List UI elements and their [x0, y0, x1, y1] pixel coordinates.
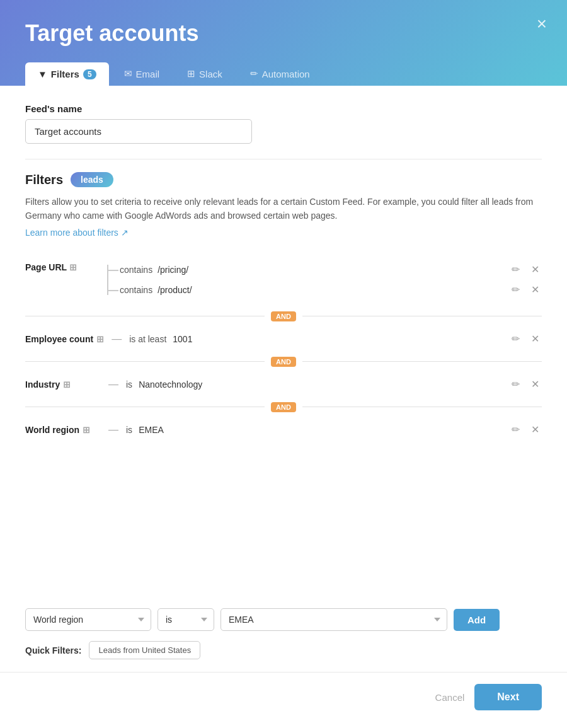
filters-description: Filters allow you to set criteria to rec… [25, 195, 542, 223]
remove-industry-button[interactable]: ✕ [529, 378, 542, 391]
and-line-left-2 [25, 361, 265, 362]
tab-filters-badge: 5 [83, 69, 96, 79]
modal-title: Target accounts [25, 20, 542, 47]
tab-filters-label: Filters [51, 69, 79, 79]
divider-1 [25, 159, 542, 159]
employee-filter-actions: ✏ ✕ [509, 333, 542, 345]
tab-automation-label: Automation [262, 69, 310, 79]
world-region-label: World region ⊞ [25, 425, 101, 435]
employee-count-filter: Employee count ⊞ — is at least 1001 ✏ ✕ [25, 326, 542, 352]
modal: Target accounts × ▼ Filters 5 ✉ Email ⊞ … [0, 0, 567, 728]
and-separator-2: AND [25, 357, 542, 367]
tab-email[interactable]: ✉ Email [112, 62, 173, 86]
value-1-text: /pricing/ [158, 265, 188, 275]
tab-slack[interactable]: ⊞ Slack [175, 62, 235, 86]
industry-condition: is [126, 379, 132, 390]
condition-2-text: contains [120, 285, 152, 295]
bracket-h2 [107, 290, 118, 291]
employee-condition: is at least [129, 334, 166, 344]
and-badge-2: AND [271, 357, 296, 367]
employee-icon: ⊞ [96, 334, 104, 344]
and-line-right-3 [302, 407, 542, 407]
page-url-filter: Page URL ⊞ contains /pricing/ ✏ ✕ [25, 253, 542, 306]
industry-icon: ⊞ [63, 379, 71, 390]
world-region-filter: World region ⊞ — is EMEA ✏ ✕ [25, 417, 542, 442]
quick-filters-label: Quick Filters: [25, 645, 81, 656]
page-url-condition-1: contains /pricing/ ✏ ✕ [120, 260, 542, 280]
world-region-value: EMEA [139, 425, 164, 435]
filter-field-select[interactable]: World region Employee count Industry Pag… [25, 608, 151, 631]
and-separator-1: AND [25, 311, 542, 321]
remove-world-region-button[interactable]: ✕ [529, 424, 542, 436]
tabs-bar: ▼ Filters 5 ✉ Email ⊞ Slack ✏ Automation [25, 62, 542, 86]
next-button[interactable]: Next [474, 684, 542, 710]
and-separator-3: AND [25, 402, 542, 412]
condition-1-text: contains [120, 265, 152, 275]
email-icon: ✉ [124, 68, 132, 79]
world-region-dash: — [108, 424, 118, 436]
and-line-right-1 [302, 316, 542, 316]
and-badge-3: AND [271, 402, 296, 412]
filters-badge: leads [71, 172, 113, 187]
industry-dash: — [108, 379, 118, 390]
edit-pageurl-1-button[interactable]: ✏ [509, 263, 522, 276]
edit-world-region-button[interactable]: ✏ [509, 424, 522, 436]
feed-name-label: Feed's name [25, 103, 542, 114]
world-region-icon: ⊞ [83, 425, 90, 435]
and-badge-1: AND [271, 311, 296, 321]
value-2-text: /product/ [158, 285, 192, 295]
world-region-condition: is [126, 425, 132, 435]
employee-value: 1001 [173, 334, 192, 344]
quick-filters-row: Quick Filters: Leads from United States [25, 641, 542, 659]
and-line-right-2 [302, 361, 542, 362]
filter-group: Page URL ⊞ contains /pricing/ ✏ ✕ [25, 253, 542, 442]
external-link-icon: ↗ [121, 228, 129, 238]
tab-automation[interactable]: ✏ Automation [238, 62, 323, 86]
employee-count-label: Employee count ⊞ [25, 334, 104, 344]
industry-filter-actions: ✏ ✕ [509, 378, 542, 391]
modal-body: Feed's name Filters leads Filters allow … [0, 86, 567, 596]
slack-icon: ⊞ [187, 68, 195, 79]
bracket-h1 [107, 270, 118, 271]
cancel-button[interactable]: Cancel [435, 692, 465, 703]
feed-name-section: Feed's name [25, 103, 542, 144]
edit-employee-button[interactable]: ✏ [509, 333, 522, 345]
and-line-left-3 [25, 407, 265, 407]
and-line-left-1 [25, 316, 265, 316]
filters-section: Filters leads Filters allow you to set c… [25, 172, 542, 442]
filter-actions-2: ✏ ✕ [509, 284, 542, 296]
bottom-section: World region Employee count Industry Pag… [0, 596, 567, 672]
edit-industry-button[interactable]: ✏ [509, 378, 522, 391]
world-region-filter-actions: ✏ ✕ [509, 424, 542, 436]
page-url-condition-2: contains /product/ ✏ ✕ [120, 280, 542, 300]
tab-email-label: Email [136, 69, 160, 79]
filter-icon: ▼ [38, 69, 47, 79]
feed-name-input[interactable] [25, 119, 252, 144]
filter-actions-1: ✏ ✕ [509, 263, 542, 276]
edit-pageurl-2-button[interactable]: ✏ [509, 284, 522, 296]
industry-label: Industry ⊞ [25, 379, 101, 390]
filters-header: Filters leads [25, 172, 542, 187]
industry-filter: Industry ⊞ — is Nanotechnology ✏ ✕ [25, 372, 542, 397]
add-filter-row: World region Employee count Industry Pag… [25, 608, 542, 631]
remove-employee-button[interactable]: ✕ [529, 333, 542, 345]
close-button[interactable]: × [537, 15, 547, 33]
quick-filter-us[interactable]: Leads from United States [89, 641, 200, 659]
page-url-label: Page URL ⊞ [25, 260, 101, 272]
modal-header: Target accounts × ▼ Filters 5 ✉ Email ⊞ … [0, 0, 567, 86]
employee-dash: — [112, 333, 122, 345]
modal-footer: Cancel Next [0, 672, 567, 728]
remove-pageurl-2-button[interactable]: ✕ [529, 284, 542, 296]
remove-pageurl-1-button[interactable]: ✕ [529, 263, 542, 276]
automation-icon: ✏ [250, 68, 258, 79]
filter-condition-select[interactable]: is is not contains [158, 608, 214, 631]
industry-value: Nanotechnology [139, 379, 202, 390]
page-url-conditions: contains /pricing/ ✏ ✕ contains /product… [107, 260, 542, 300]
filter-value-select[interactable]: EMEA North America Asia Pacific Latin Am… [220, 608, 447, 631]
add-filter-button[interactable]: Add [454, 609, 500, 631]
tab-slack-label: Slack [199, 69, 222, 79]
filters-title: Filters [25, 173, 63, 187]
tab-filters[interactable]: ▼ Filters 5 [25, 62, 109, 86]
learn-more-link[interactable]: Learn more about filters ↗ [25, 228, 129, 238]
page-url-icon: ⊞ [69, 262, 77, 272]
